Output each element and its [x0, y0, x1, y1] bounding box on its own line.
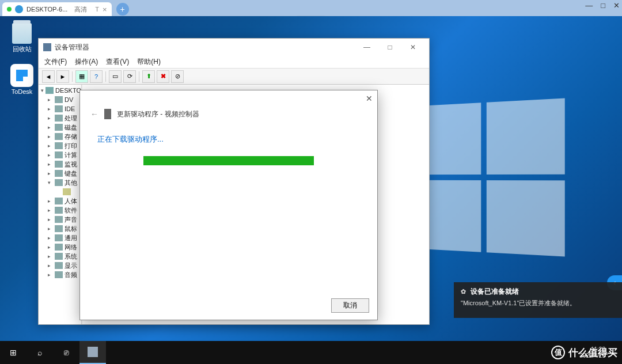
tree-item-label: DV: [65, 96, 73, 103]
menu-help[interactable]: 帮助(H): [137, 57, 161, 67]
menu-action[interactable]: 操作(A): [75, 57, 98, 67]
chevron-icon: ▸: [48, 244, 53, 250]
tree-item[interactable]: ▸通用: [48, 233, 81, 242]
device-category-icon: [55, 151, 63, 158]
toolbar-separator: [105, 71, 106, 82]
recycle-bin-icon[interactable]: 回收站: [6, 23, 38, 54]
taskbar-app-devmgr[interactable]: [79, 341, 106, 364]
tree-item[interactable]: ▸音频: [48, 270, 81, 279]
tree-item[interactable]: ▸软件: [48, 206, 81, 215]
update-driver-button[interactable]: ⬆: [142, 70, 155, 83]
device-category-icon: [55, 271, 63, 278]
tree-item-label: 网络: [65, 243, 77, 252]
taskview-button[interactable]: ⎚: [53, 341, 79, 364]
show-hidden-button[interactable]: ▦: [75, 70, 88, 83]
device-category-icon: [55, 262, 63, 269]
tree-item-label: 系统: [65, 252, 77, 261]
watermark: 值 什么值得买: [551, 341, 617, 364]
forward-button[interactable]: ►: [56, 70, 69, 83]
tree-item[interactable]: ▸显示: [48, 261, 81, 270]
download-status: 正在下载驱动程序...: [80, 126, 377, 149]
chevron-icon: ▸: [48, 115, 53, 121]
tree-item[interactable]: ▸打印: [48, 141, 81, 150]
tree-item[interactable]: ▸网络: [48, 242, 81, 252]
chevron-down-icon: ▾: [41, 88, 44, 93]
add-tab-button[interactable]: +: [116, 3, 129, 16]
back-arrow-icon[interactable]: ←: [90, 109, 98, 119]
status-dot-icon: [7, 7, 12, 12]
menu-file[interactable]: 文件(F): [44, 57, 67, 67]
chevron-icon: ▸: [48, 272, 53, 278]
scan-button[interactable]: ⟳: [123, 70, 136, 83]
device-category-icon: [55, 216, 63, 223]
tree-item[interactable]: ▸系统: [48, 252, 81, 261]
search-button[interactable]: ⌕: [26, 341, 53, 364]
remote-tab-label: DESKTOP-6...: [26, 6, 67, 13]
cancel-button[interactable]: 取消: [331, 298, 369, 313]
tree-item-label: 处理: [65, 114, 77, 123]
notification-toast[interactable]: ✿ 设备已准备就绪 "Microsoft_KM-V1.1"已设置并准备就绪。: [454, 282, 622, 318]
remote-tab[interactable]: DESKTOP-6... 高清 T ×: [2, 2, 112, 16]
device-tree[interactable]: ▾ DESKTO ▸DV▸IDE▸处理▸磁盘▸存储▸打印▸计算▸监视▸键盘▾其他…: [39, 85, 82, 324]
tree-item-label: 通用: [65, 234, 77, 242]
chevron-icon: ▸: [48, 134, 53, 139]
watermark-text: 什么值得买: [568, 346, 617, 359]
tree-item[interactable]: ▾其他: [48, 178, 81, 187]
device-category-icon: [55, 96, 63, 103]
remote-window-controls: — □ ✕: [585, 1, 620, 10]
tree-item[interactable]: ▸DV: [48, 95, 81, 104]
tree-root-label: DESKTO: [55, 87, 81, 94]
driver-update-dialog: ✕ ← 更新驱动程序 - 视频控制器 正在下载驱动程序... 取消: [79, 90, 378, 320]
tree-item[interactable]: ▸监视: [48, 160, 81, 169]
chevron-icon: ▸: [48, 106, 53, 112]
tree-item-label: 显示: [65, 261, 77, 270]
tree-item[interactable]: ▸存储: [48, 132, 81, 141]
todesk-logo-icon: [10, 64, 33, 87]
tree-item[interactable]: ▸声音: [48, 215, 81, 224]
tree-item[interactable]: ▸IDE: [48, 104, 81, 113]
tree-item[interactable]: ▸鼠标: [48, 224, 81, 233]
tree-item-label: 磁盘: [65, 123, 77, 132]
chevron-icon: ▸: [48, 217, 53, 222]
device-category-icon: [55, 207, 63, 214]
tree-item-label: 存储: [65, 132, 77, 141]
tree-item-label: 监视: [65, 160, 77, 169]
devmgr-maximize-button[interactable]: □: [378, 39, 401, 56]
remote-quality: 高清: [74, 5, 87, 14]
disable-button[interactable]: ⊘: [171, 70, 184, 83]
chevron-icon: ▾: [48, 180, 53, 185]
tree-item[interactable]: ▸键盘: [48, 169, 81, 178]
tree-item-label: 人体: [65, 197, 77, 206]
properties-button[interactable]: ▭: [109, 70, 122, 83]
device-category-icon: [55, 105, 63, 112]
toolbar-separator: [139, 71, 139, 82]
help-button[interactable]: ?: [90, 70, 103, 83]
remote-close-button[interactable]: ✕: [613, 1, 620, 10]
chevron-icon: ▸: [48, 263, 53, 268]
devmgr-close-button[interactable]: ✕: [401, 39, 424, 56]
desktop-icons: 回收站 ToDesk: [6, 23, 38, 95]
dialog-close-button[interactable]: ✕: [366, 94, 373, 103]
tree-subitem[interactable]: [56, 187, 81, 196]
tree-item[interactable]: ▸人体: [48, 196, 81, 206]
devmgr-window-controls: — □ ✕: [355, 39, 424, 56]
remote-maximize-button[interactable]: □: [601, 1, 605, 10]
tab-close-icon[interactable]: ×: [103, 5, 107, 14]
computer-icon: [45, 87, 54, 94]
tree-item[interactable]: ▸计算: [48, 150, 81, 160]
tree-item[interactable]: ▸磁盘: [48, 123, 81, 132]
devmgr-titlebar[interactable]: 设备管理器 — □ ✕: [39, 39, 429, 56]
back-button[interactable]: ◄: [42, 70, 55, 83]
tree-root[interactable]: ▾ DESKTO: [41, 86, 81, 95]
uninstall-button[interactable]: ✖: [157, 70, 169, 83]
device-category-icon: [55, 161, 63, 168]
devmgr-minimize-button[interactable]: —: [355, 39, 378, 56]
menu-view[interactable]: 查看(V): [106, 57, 129, 67]
start-button[interactable]: ⊞: [0, 341, 26, 364]
remote-minimize-button[interactable]: —: [585, 1, 593, 10]
device-category-icon: [55, 253, 63, 260]
device-category-icon: [55, 124, 63, 131]
tree-item[interactable]: ▸处理: [48, 113, 81, 123]
tree-item-label: 键盘: [65, 169, 77, 178]
todesk-icon[interactable]: ToDesk: [6, 64, 38, 95]
